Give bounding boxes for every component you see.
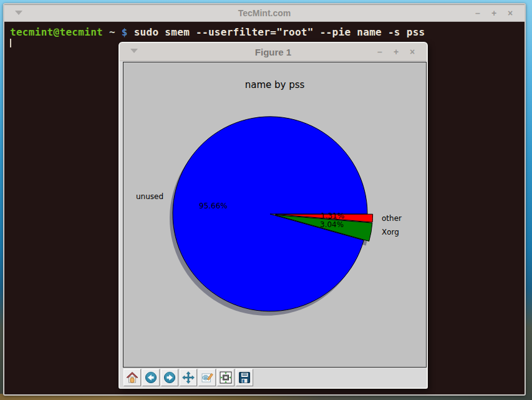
home-icon xyxy=(125,371,139,384)
prompt-separator: ~ xyxy=(103,26,122,38)
subplots-button[interactable] xyxy=(217,369,235,386)
figure-window: Figure 1 – + × name by pss unused other … xyxy=(118,42,428,389)
maximize-button[interactable]: + xyxy=(392,47,400,56)
slice-pct-other: 1.31% xyxy=(321,212,344,220)
figure-window-controls: – + × xyxy=(375,43,417,61)
pie-svg xyxy=(123,62,426,367)
close-button[interactable]: × xyxy=(506,9,515,17)
slice-label-other: other xyxy=(382,214,402,223)
terminal-titlebar[interactable]: TecMint.com – + × xyxy=(4,4,525,22)
back-arrow-icon xyxy=(144,371,158,384)
chart-title: name by pss xyxy=(123,79,426,90)
plot-canvas[interactable]: name by pss unused other Xorg 95.66% 1.3… xyxy=(123,62,427,368)
terminal-prompt-line: tecmint@tecmint ~ $ sudo smem --userfilt… xyxy=(10,27,425,37)
terminal-cursor xyxy=(10,39,11,47)
terminal-command: sudo smem --userfilter="root" --pie name… xyxy=(128,26,425,38)
terminal-window-controls: – + × xyxy=(473,5,515,21)
zoom-rect-button[interactable] xyxy=(198,369,216,386)
prompt-user-host: tecmint@tecmint xyxy=(10,26,103,38)
slice-pct-xorg: 3.04% xyxy=(320,220,344,229)
pan-move-icon xyxy=(181,371,195,384)
forward-arrow-icon xyxy=(163,371,177,384)
pan-button[interactable] xyxy=(180,369,197,386)
slice-label-xorg: Xorg xyxy=(382,228,399,237)
prompt-dollar: $ xyxy=(122,26,128,38)
back-button[interactable] xyxy=(142,369,160,386)
save-button[interactable] xyxy=(236,369,253,386)
window-menu-icon[interactable] xyxy=(130,49,138,53)
slice-label-unused: unused xyxy=(136,192,163,201)
minimize-button[interactable]: – xyxy=(375,47,384,56)
figure-titlebar[interactable]: Figure 1 – + × xyxy=(120,43,427,61)
terminal-title: TecMint.com xyxy=(4,8,525,18)
window-menu-icon[interactable] xyxy=(15,11,22,15)
slice-pct-unused: 95.66% xyxy=(199,202,228,210)
close-button[interactable]: × xyxy=(408,47,417,56)
minimize-button[interactable]: – xyxy=(473,9,482,17)
forward-button[interactable] xyxy=(161,369,178,386)
maximize-button[interactable]: + xyxy=(490,9,498,17)
save-floppy-icon xyxy=(238,371,251,384)
zoom-to-rect-icon xyxy=(200,371,214,384)
figure-toolbar xyxy=(123,369,253,386)
configure-subplots-icon xyxy=(219,371,233,384)
home-button[interactable] xyxy=(123,369,141,386)
